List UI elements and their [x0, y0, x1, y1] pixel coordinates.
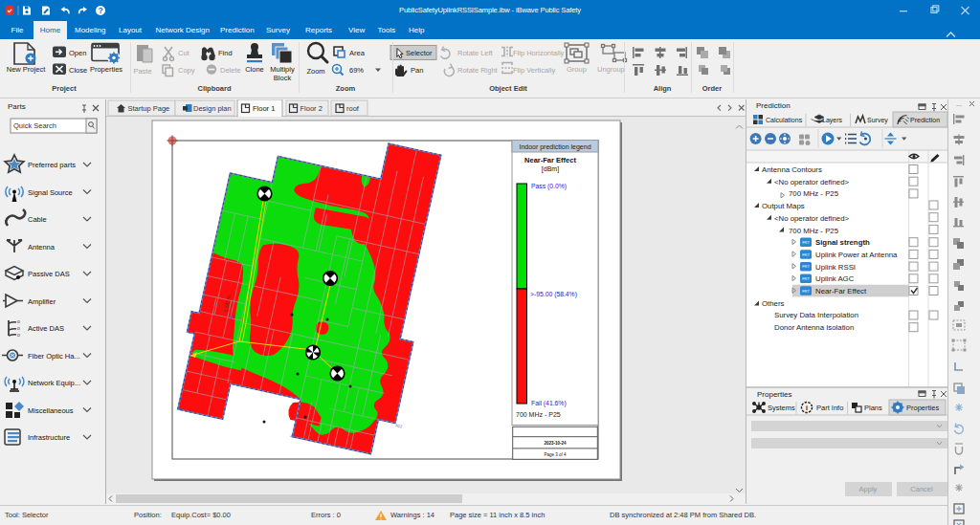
svg-text:Cancel: Cancel — [910, 485, 933, 493]
svg-text:>-95.00 (58.4%): >-95.00 (58.4%) — [530, 291, 577, 298]
svg-text:Indoor prediction legend: Indoor prediction legend — [519, 143, 590, 151]
svg-text:FRT: FRT — [802, 289, 810, 294]
svg-text:Page 3 of 4: Page 3 of 4 — [544, 452, 567, 457]
svg-text:FRT: FRT — [802, 240, 810, 245]
svg-text:Fail (41.6%): Fail (41.6%) — [531, 400, 567, 407]
svg-text:700 MHz - P25: 700 MHz - P25 — [516, 411, 561, 418]
svg-text:o: o — [17, 325, 20, 331]
svg-text:o: o — [17, 332, 20, 338]
svg-text:...: ... — [956, 100, 962, 107]
svg-text:C3: C3 — [229, 315, 234, 319]
svg-text:Quick Search: Quick Search — [13, 121, 56, 130]
svg-text:i: i — [806, 405, 808, 411]
svg-text:FRT: FRT — [802, 276, 810, 281]
svg-text:Near-Far Effect: Near-Far Effect — [524, 156, 576, 164]
svg-text:Pass (0.0%): Pass (0.0%) — [531, 183, 567, 190]
svg-text:FRT: FRT — [802, 264, 810, 269]
svg-text:FRT: FRT — [802, 252, 810, 257]
svg-text:Apply: Apply — [859, 485, 878, 493]
svg-text:2023-10-24: 2023-10-24 — [544, 441, 567, 446]
svg-text:o: o — [17, 318, 20, 324]
svg-text:[dBm]: [dBm] — [542, 165, 559, 173]
